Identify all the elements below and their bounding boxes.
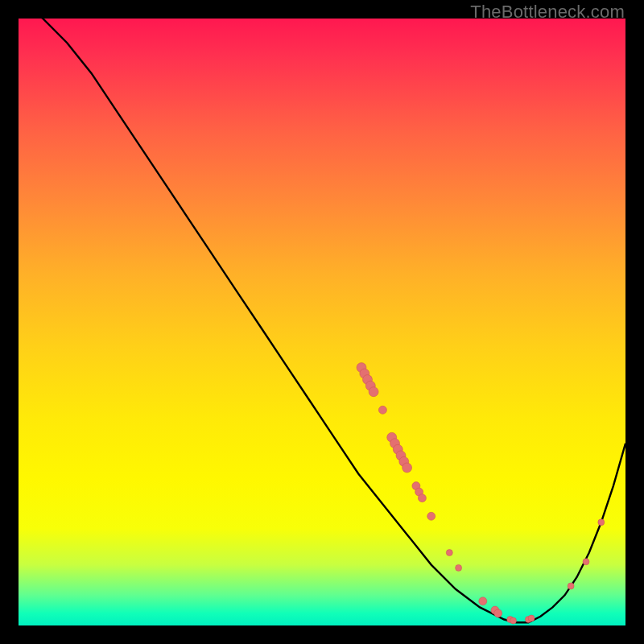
sample-point (427, 512, 436, 520)
sample-point (479, 597, 487, 605)
sample-point (456, 564, 462, 571)
sample-point (402, 463, 412, 473)
bottleneck-sample-points (357, 363, 605, 624)
sample-point (583, 559, 589, 565)
sample-point (418, 494, 426, 502)
sample-point (494, 609, 502, 617)
sample-point (598, 519, 605, 526)
sample-point (510, 617, 517, 624)
bottleneck-curve-line (19, 19, 625, 622)
sample-point (528, 615, 535, 621)
sample-point (378, 406, 386, 414)
sample-point (568, 583, 574, 589)
chart-svg-overlay (19, 19, 625, 625)
sample-point (369, 387, 378, 397)
chart-plot-area (19, 19, 625, 625)
sample-point (446, 550, 452, 556)
